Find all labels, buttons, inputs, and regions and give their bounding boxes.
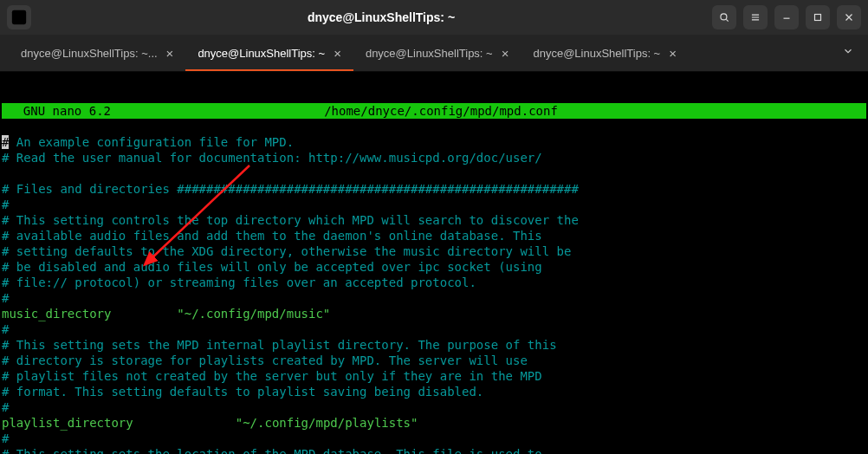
- nano-titlebar: GNU nano 6.2 /home/dnyce/.config/mpd/mpd…: [2, 103, 866, 119]
- file-line: #: [2, 431, 9, 445]
- nano-version: GNU nano 6.2: [2, 103, 111, 119]
- tab-2[interactable]: dnyce@LinuxShellTips: ~ ×: [185, 35, 353, 71]
- file-line: # file:// protocol) or streaming files o…: [2, 276, 476, 289]
- file-line: #: [2, 291, 9, 305]
- tab-1[interactable]: dnyce@LinuxShellTips: ~... ×: [9, 35, 185, 71]
- file-line: An example configuration file for MPD.: [9, 135, 294, 149]
- window-title: dnyce@LinuxShellTips: ~: [50, 10, 712, 24]
- file-line: # This setting sets the location of the …: [2, 447, 542, 454]
- tab-3[interactable]: dnyce@LinuxShellTips: ~ ×: [353, 35, 521, 71]
- file-line: # directory is storage for playlists cre…: [2, 353, 528, 367]
- file-line: # format. This setting defaults to playl…: [2, 385, 483, 399]
- tab-4[interactable]: dnyce@LinuxShellTips: ~ ×: [521, 35, 689, 71]
- new-tab-button[interactable]: [7, 5, 31, 29]
- file-line: # This setting sets the MPD internal pla…: [2, 338, 557, 352]
- file-line: # Files and directories ################…: [2, 182, 579, 196]
- svg-rect-0: [12, 10, 26, 24]
- svg-point-1: [721, 14, 727, 20]
- minimize-button[interactable]: [774, 5, 799, 29]
- file-line: # This setting controls the top director…: [2, 213, 579, 227]
- nano-file-path: /home/dnyce/.config/mpd/mpd.conf: [324, 103, 558, 119]
- maximize-button[interactable]: [806, 5, 830, 29]
- config-val-music-dir: "~/.config/mpd/music": [177, 307, 330, 321]
- tab-label: dnyce@LinuxShellTips: ~: [366, 47, 493, 60]
- close-icon[interactable]: ×: [669, 47, 677, 60]
- close-icon[interactable]: ×: [334, 47, 341, 60]
- config-key-playlist-dir: playlist_directory: [2, 416, 133, 430]
- hamburger-menu-button[interactable]: [743, 5, 768, 29]
- close-icon[interactable]: ×: [502, 47, 509, 60]
- svg-rect-2: [815, 15, 821, 21]
- tab-label: dnyce@LinuxShellTips: ~: [533, 47, 660, 60]
- tabs-bar: dnyce@LinuxShellTips: ~... × dnyce@Linux…: [0, 35, 868, 72]
- file-line: #: [2, 198, 9, 211]
- config-val-playlist-dir: "~/.config/mpd/playlists": [236, 416, 418, 430]
- file-line: #: [2, 400, 9, 414]
- file-line: # setting defaults to the XDG directory,…: [2, 244, 571, 258]
- file-line: #: [2, 322, 9, 336]
- close-window-button[interactable]: [837, 5, 861, 29]
- terminal-pane[interactable]: GNU nano 6.2 /home/dnyce/.config/mpd/mpd…: [0, 72, 868, 454]
- tab-label: dnyce@LinuxShellTips: ~: [198, 47, 325, 60]
- file-line: # available audio files and add them to …: [2, 229, 542, 243]
- close-icon[interactable]: ×: [166, 47, 174, 60]
- search-button[interactable]: [712, 5, 736, 29]
- window-titlebar: dnyce@LinuxShellTips: ~: [0, 0, 868, 35]
- tabs-overflow-button[interactable]: [837, 45, 859, 61]
- tab-label: dnyce@LinuxShellTips: ~...: [21, 47, 158, 60]
- file-line: # playlist files not created by the serv…: [2, 369, 542, 383]
- file-line: # Read the user manual for documentation…: [2, 151, 542, 165]
- config-key-music-dir: music_directory: [2, 307, 111, 321]
- file-line: # be disabled and audio files will only …: [2, 260, 542, 274]
